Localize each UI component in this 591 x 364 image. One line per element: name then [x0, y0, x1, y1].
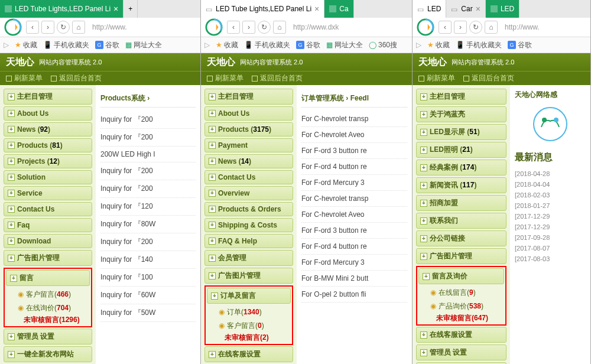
bookmark-item[interactable]: ★收藏 — [15, 40, 37, 50]
browser-tab[interactable]: Ca — [324, 0, 353, 18]
home-button[interactable]: ⌂ — [72, 21, 85, 34]
sub-menu-item[interactable]: ◉客户留言(0) — [207, 319, 291, 333]
menu-item[interactable]: +Solution — [4, 170, 92, 184]
list-row[interactable]: Inquiry for 『50W — [100, 304, 196, 322]
news-date[interactable]: [2018-04-28 — [515, 168, 586, 179]
news-date[interactable]: [2018-01-27 — [515, 200, 586, 211]
menu-item[interactable]: +LED显示屏 (51) — [416, 124, 506, 140]
menu-item[interactable]: +留言 — [6, 270, 90, 286]
header-link[interactable]: 返回后台首页 — [51, 73, 102, 83]
forward-button[interactable]: › — [454, 21, 467, 34]
reload-button[interactable]: ↻ — [258, 21, 271, 34]
menu-item[interactable]: +主栏目管理 — [4, 89, 92, 105]
list-row[interactable]: For F-ord Mercury 3 — [301, 255, 407, 271]
back-button[interactable]: ‹ — [439, 21, 452, 34]
forward-button[interactable]: › — [41, 21, 54, 34]
list-row[interactable]: Inquiry for 『200 — [100, 162, 196, 180]
menu-item[interactable]: +广告图片管理 — [416, 248, 506, 264]
menu-item[interactable]: +Products (81) — [4, 138, 92, 152]
news-date[interactable]: [2018-04-04 — [515, 179, 586, 190]
url-text[interactable]: http://www.dxk — [288, 23, 410, 31]
list-row[interactable]: For C-hevrolet transp — [301, 111, 407, 127]
list-row[interactable]: For F-ord 4 button re — [301, 159, 407, 175]
menu-item[interactable]: +订单及留言 — [207, 288, 291, 304]
news-date[interactable]: [2017-08-07 — [515, 243, 586, 254]
back-button[interactable]: ‹ — [227, 21, 240, 34]
home-button[interactable]: ⌂ — [273, 21, 286, 34]
list-row[interactable]: For C-hevrolet Aveo — [301, 127, 407, 143]
list-row[interactable]: Inquiry for 『120 — [100, 198, 196, 216]
menu-item[interactable]: +Payment — [204, 138, 293, 152]
sub-menu-item[interactable]: ◉在线询价(704) — [6, 301, 90, 315]
menu-item[interactable]: +关于鸿蓝亮 — [416, 106, 506, 122]
menu-item[interactable]: +About Us — [204, 106, 293, 121]
sub-menu-item[interactable]: ◉客户留言(466) — [6, 288, 90, 301]
menu-item[interactable]: +管理员 设置 — [416, 344, 506, 360]
menu-item[interactable]: +Projects (12) — [4, 154, 92, 168]
header-link[interactable]: 返回后台首页 — [463, 73, 514, 83]
menu-item[interactable]: +Contact Us — [204, 170, 293, 184]
list-row[interactable]: Inquiry for 『200 — [100, 233, 196, 251]
browser-tab[interactable]: LED Tube Lights,LED Panel Li× — [0, 0, 124, 18]
list-row[interactable]: Inquiry for 『200 — [100, 180, 196, 198]
list-row[interactable]: For F-ord 3 button re — [301, 223, 407, 239]
bookmark-item[interactable]: 📱手机收藏夹 — [244, 40, 290, 50]
bookmark-item[interactable]: ▦网址大全 — [326, 40, 363, 50]
list-row[interactable]: For B-MW Mini 2 butt — [301, 271, 407, 287]
header-link[interactable]: 刷新菜单 — [418, 73, 455, 83]
news-date[interactable]: [2017-09-28 — [515, 232, 586, 243]
sub-menu-item[interactable]: ◉产品询价(538) — [418, 300, 504, 313]
unreviewed-count[interactable]: 未审核留言(1296) — [6, 315, 90, 325]
list-row[interactable]: Inquiry for 『100 — [100, 269, 196, 287]
bookmark-item[interactable]: ★收藏 — [427, 40, 450, 50]
header-link[interactable]: 刷新菜单 — [207, 73, 243, 83]
list-row[interactable]: For F-ord 4 button re — [301, 239, 407, 255]
header-link[interactable]: 刷新菜单 — [6, 73, 43, 83]
menu-item[interactable]: +在线客服设置 — [416, 327, 506, 343]
menu-item[interactable]: +留言及询价 — [418, 268, 504, 284]
unreviewed-count[interactable]: 未审核留言(647) — [418, 313, 504, 323]
bookmark-item[interactable]: G谷歌 — [508, 40, 532, 50]
home-button[interactable]: ⌂ — [485, 21, 498, 34]
menu-item[interactable]: +会员管理 — [204, 250, 293, 266]
browser-tab[interactable]: LED — [486, 0, 519, 18]
menu-item[interactable]: +Download — [4, 234, 92, 248]
reload-button[interactable]: ↻ — [469, 21, 482, 34]
list-row[interactable]: Inquiry for 『200 — [100, 129, 196, 147]
list-row[interactable]: For F-ord 3 button re — [301, 143, 407, 159]
sub-menu-item[interactable]: ◉订单(1340) — [207, 306, 291, 319]
reload-button[interactable]: ↻ — [57, 21, 70, 34]
menu-item[interactable]: +News (14) — [204, 154, 293, 168]
header-link[interactable]: 返回后台首页 — [252, 73, 303, 83]
menu-item[interactable]: +Shipping & Costs — [204, 218, 293, 232]
forward-button[interactable]: › — [242, 21, 255, 34]
browser-tab[interactable]: ▭LED Tube Lights,LED Panel Li× — [201, 0, 324, 18]
list-row[interactable]: Inquiry for 『140 — [100, 251, 196, 269]
sub-menu-item[interactable]: ◉在线留言(9) — [418, 286, 504, 300]
bookmark-item[interactable]: 📱手机收藏夹 — [456, 40, 502, 50]
bookmark-item[interactable]: G谷歌 — [95, 40, 119, 50]
close-icon[interactable]: × — [476, 4, 480, 14]
menu-item[interactable]: +Faq — [4, 218, 92, 232]
menu-item[interactable]: +主栏目管理 — [416, 89, 506, 105]
menu-item[interactable]: +广告图片管理 — [4, 250, 92, 266]
list-row[interactable]: Inquiry for 『80W — [100, 216, 196, 233]
list-row[interactable]: For F-ord Mercury 3 — [301, 175, 407, 191]
list-row[interactable]: 200W LED High I — [100, 147, 196, 162]
close-icon[interactable]: × — [314, 4, 319, 14]
menu-item[interactable]: +广告图片管理 — [204, 268, 293, 284]
menu-item[interactable]: +Service — [4, 186, 92, 200]
menu-item[interactable]: +LED照明 (21) — [416, 142, 506, 158]
menu-item[interactable]: +Overview — [204, 186, 293, 200]
news-date[interactable]: [2017-12-29 — [515, 222, 586, 232]
url-text[interactable]: http://www. — [500, 23, 588, 31]
menu-item[interactable]: +在线客服设置 — [204, 346, 293, 362]
menu-item[interactable]: +FAQ & Help — [204, 234, 293, 248]
list-row[interactable]: Inquiry for 『200 — [100, 111, 196, 129]
menu-item[interactable]: +招商加盟 — [416, 195, 506, 211]
list-row[interactable]: Inquiry for 『60W — [100, 287, 196, 304]
menu-item[interactable]: +Products (3175) — [204, 122, 293, 136]
menu-item[interactable]: +一键全新发布网站 — [4, 346, 92, 362]
menu-item[interactable]: +News (92) — [4, 122, 92, 136]
menu-item[interactable]: +About Us — [4, 106, 92, 121]
